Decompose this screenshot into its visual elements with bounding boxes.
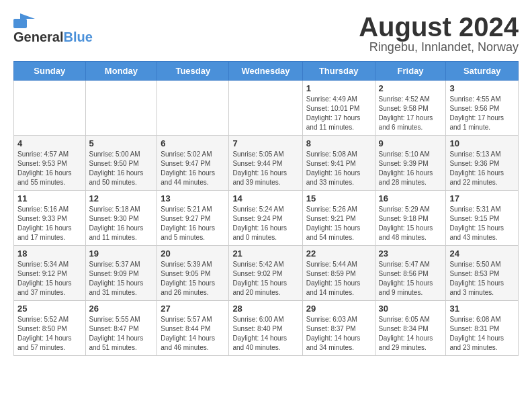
calendar-cell: 9Sunrise: 5:10 AM Sunset: 9:39 PM Daylig… bbox=[375, 136, 446, 191]
logo-general: General bbox=[13, 30, 63, 44]
day-number: 11 bbox=[17, 193, 82, 203]
header: GeneralBlue August 2024 Ringebu, Innland… bbox=[13, 13, 519, 54]
calendar-cell: 13Sunrise: 5:21 AM Sunset: 9:27 PM Dayli… bbox=[157, 191, 229, 246]
calendar-cell bbox=[157, 81, 229, 136]
day-info: Sunrise: 5:55 AM Sunset: 8:47 PM Dayligh… bbox=[89, 315, 154, 353]
day-info: Sunrise: 6:03 AM Sunset: 8:37 PM Dayligh… bbox=[306, 315, 371, 353]
calendar-cell: 10Sunrise: 5:13 AM Sunset: 9:36 PM Dayli… bbox=[446, 136, 519, 191]
calendar-table: SundayMondayTuesdayWednesdayThursdayFrid… bbox=[13, 61, 519, 356]
day-number: 25 bbox=[17, 304, 82, 314]
title-area: August 2024 Ringebu, Innlandet, Norway bbox=[359, 13, 519, 54]
day-info: Sunrise: 5:16 AM Sunset: 9:33 PM Dayligh… bbox=[17, 205, 82, 242]
calendar-cell bbox=[229, 81, 302, 136]
day-number: 16 bbox=[379, 193, 443, 203]
day-info: Sunrise: 5:39 AM Sunset: 9:05 PM Dayligh… bbox=[161, 260, 225, 298]
calendar-cell: 23Sunrise: 5:47 AM Sunset: 8:56 PM Dayli… bbox=[375, 246, 446, 301]
logo-blue: Blue bbox=[63, 30, 92, 44]
calendar-cell: 29Sunrise: 6:03 AM Sunset: 8:37 PM Dayli… bbox=[302, 301, 375, 356]
calendar-week-row: 25Sunrise: 5:52 AM Sunset: 8:50 PM Dayli… bbox=[14, 301, 519, 356]
calendar-cell: 17Sunrise: 5:31 AM Sunset: 9:15 PM Dayli… bbox=[446, 191, 519, 246]
calendar-cell: 21Sunrise: 5:42 AM Sunset: 9:02 PM Dayli… bbox=[229, 246, 302, 301]
calendar-cell: 25Sunrise: 5:52 AM Sunset: 8:50 PM Dayli… bbox=[14, 301, 86, 356]
calendar-cell: 12Sunrise: 5:18 AM Sunset: 9:30 PM Dayli… bbox=[85, 191, 157, 246]
day-header-sunday: Sunday bbox=[14, 62, 86, 81]
day-info: Sunrise: 5:57 AM Sunset: 8:44 PM Dayligh… bbox=[161, 315, 225, 353]
calendar-cell: 30Sunrise: 6:05 AM Sunset: 8:34 PM Dayli… bbox=[375, 301, 446, 356]
day-number: 12 bbox=[89, 193, 154, 203]
day-info: Sunrise: 6:05 AM Sunset: 8:34 PM Dayligh… bbox=[379, 315, 443, 353]
calendar-week-row: 1Sunrise: 4:49 AM Sunset: 10:01 PM Dayli… bbox=[14, 81, 519, 136]
calendar-cell: 16Sunrise: 5:29 AM Sunset: 9:18 PM Dayli… bbox=[375, 191, 446, 246]
day-info: Sunrise: 5:47 AM Sunset: 8:56 PM Dayligh… bbox=[379, 260, 443, 298]
day-header-saturday: Saturday bbox=[446, 62, 519, 81]
day-info: Sunrise: 4:52 AM Sunset: 9:58 PM Dayligh… bbox=[379, 95, 443, 132]
calendar-cell: 4Sunrise: 4:57 AM Sunset: 9:53 PM Daylig… bbox=[14, 136, 86, 191]
day-number: 19 bbox=[89, 248, 154, 259]
day-number: 23 bbox=[379, 248, 443, 259]
logo-icon bbox=[13, 13, 35, 28]
month-year-title: August 2024 bbox=[359, 13, 519, 40]
day-number: 14 bbox=[232, 193, 298, 203]
calendar-cell: 8Sunrise: 5:08 AM Sunset: 9:41 PM Daylig… bbox=[302, 136, 375, 191]
day-info: Sunrise: 5:42 AM Sunset: 9:02 PM Dayligh… bbox=[232, 260, 298, 298]
day-header-tuesday: Tuesday bbox=[157, 62, 229, 81]
day-header-friday: Friday bbox=[375, 62, 446, 81]
day-info: Sunrise: 4:55 AM Sunset: 9:56 PM Dayligh… bbox=[449, 95, 515, 132]
calendar-week-row: 4Sunrise: 4:57 AM Sunset: 9:53 PM Daylig… bbox=[14, 136, 519, 191]
day-info: Sunrise: 5:29 AM Sunset: 9:18 PM Dayligh… bbox=[379, 205, 443, 242]
day-number: 1 bbox=[306, 83, 371, 93]
calendar-cell: 3Sunrise: 4:55 AM Sunset: 9:56 PM Daylig… bbox=[446, 81, 519, 136]
calendar-cell: 22Sunrise: 5:44 AM Sunset: 8:59 PM Dayli… bbox=[302, 246, 375, 301]
day-number: 27 bbox=[161, 304, 225, 314]
calendar-cell: 5Sunrise: 5:00 AM Sunset: 9:50 PM Daylig… bbox=[85, 136, 157, 191]
calendar-cell: 27Sunrise: 5:57 AM Sunset: 8:44 PM Dayli… bbox=[157, 301, 229, 356]
calendar-cell: 19Sunrise: 5:37 AM Sunset: 9:09 PM Dayli… bbox=[85, 246, 157, 301]
svg-marker-1 bbox=[20, 13, 35, 19]
logo: GeneralBlue bbox=[13, 13, 93, 45]
day-info: Sunrise: 5:05 AM Sunset: 9:44 PM Dayligh… bbox=[232, 150, 298, 187]
day-header-wednesday: Wednesday bbox=[229, 62, 302, 81]
day-info: Sunrise: 5:10 AM Sunset: 9:39 PM Dayligh… bbox=[379, 150, 443, 187]
day-number: 15 bbox=[306, 193, 371, 203]
day-number: 17 bbox=[449, 193, 515, 203]
day-number: 5 bbox=[89, 138, 154, 148]
day-number: 31 bbox=[449, 304, 515, 314]
day-info: Sunrise: 4:57 AM Sunset: 9:53 PM Dayligh… bbox=[17, 150, 82, 187]
calendar-cell: 1Sunrise: 4:49 AM Sunset: 10:01 PM Dayli… bbox=[302, 81, 375, 136]
calendar-cell: 18Sunrise: 5:34 AM Sunset: 9:12 PM Dayli… bbox=[14, 246, 86, 301]
day-info: Sunrise: 5:44 AM Sunset: 8:59 PM Dayligh… bbox=[306, 260, 371, 298]
calendar-week-row: 11Sunrise: 5:16 AM Sunset: 9:33 PM Dayli… bbox=[14, 191, 519, 246]
day-info: Sunrise: 4:49 AM Sunset: 10:01 PM Daylig… bbox=[306, 95, 371, 132]
day-number: 28 bbox=[232, 304, 298, 314]
calendar-week-row: 18Sunrise: 5:34 AM Sunset: 9:12 PM Dayli… bbox=[14, 246, 519, 301]
day-number: 4 bbox=[17, 138, 82, 148]
day-info: Sunrise: 5:18 AM Sunset: 9:30 PM Dayligh… bbox=[89, 205, 154, 242]
day-number: 24 bbox=[449, 248, 515, 259]
calendar-cell: 20Sunrise: 5:39 AM Sunset: 9:05 PM Dayli… bbox=[157, 246, 229, 301]
day-number: 6 bbox=[161, 138, 225, 148]
day-number: 10 bbox=[449, 138, 515, 148]
day-number: 18 bbox=[17, 248, 82, 259]
day-number: 29 bbox=[306, 304, 371, 314]
day-number: 30 bbox=[379, 304, 443, 314]
day-info: Sunrise: 6:08 AM Sunset: 8:31 PM Dayligh… bbox=[449, 315, 515, 353]
day-info: Sunrise: 5:50 AM Sunset: 8:53 PM Dayligh… bbox=[449, 260, 515, 298]
day-info: Sunrise: 5:34 AM Sunset: 9:12 PM Dayligh… bbox=[17, 260, 82, 298]
calendar-cell: 11Sunrise: 5:16 AM Sunset: 9:33 PM Dayli… bbox=[14, 191, 86, 246]
day-number: 20 bbox=[161, 248, 225, 259]
day-info: Sunrise: 5:08 AM Sunset: 9:41 PM Dayligh… bbox=[306, 150, 371, 187]
day-info: Sunrise: 6:00 AM Sunset: 8:40 PM Dayligh… bbox=[232, 315, 298, 353]
day-number: 2 bbox=[379, 83, 443, 93]
calendar-cell: 6Sunrise: 5:02 AM Sunset: 9:47 PM Daylig… bbox=[157, 136, 229, 191]
day-info: Sunrise: 5:31 AM Sunset: 9:15 PM Dayligh… bbox=[449, 205, 515, 242]
day-info: Sunrise: 5:13 AM Sunset: 9:36 PM Dayligh… bbox=[449, 150, 515, 187]
day-info: Sunrise: 5:24 AM Sunset: 9:24 PM Dayligh… bbox=[232, 205, 298, 242]
calendar-cell: 7Sunrise: 5:05 AM Sunset: 9:44 PM Daylig… bbox=[229, 136, 302, 191]
calendar-cell bbox=[14, 81, 86, 136]
calendar-cell: 15Sunrise: 5:26 AM Sunset: 9:21 PM Dayli… bbox=[302, 191, 375, 246]
day-info: Sunrise: 5:02 AM Sunset: 9:47 PM Dayligh… bbox=[161, 150, 225, 187]
day-info: Sunrise: 5:26 AM Sunset: 9:21 PM Dayligh… bbox=[306, 205, 371, 242]
day-number: 21 bbox=[232, 248, 298, 259]
calendar-cell: 28Sunrise: 6:00 AM Sunset: 8:40 PM Dayli… bbox=[229, 301, 302, 356]
day-number: 7 bbox=[232, 138, 298, 148]
